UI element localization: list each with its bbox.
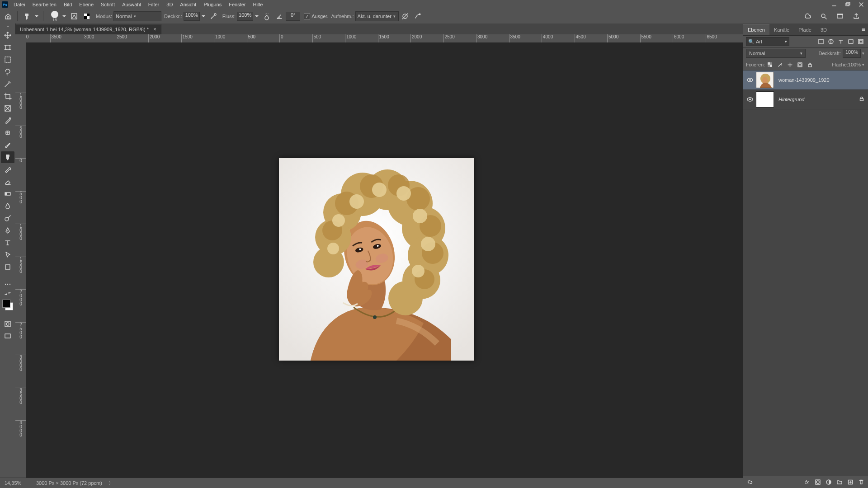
lasso-tool[interactable] (1, 66, 14, 78)
crop-tool[interactable] (1, 90, 14, 102)
filter-shape-icon[interactable] (846, 37, 855, 46)
filter-pixel-icon[interactable] (816, 37, 826, 46)
opacity-value[interactable]: 100% (184, 12, 200, 21)
layer-row[interactable]: Hintergrund (743, 90, 868, 109)
document-info-menu[interactable]: 〉 (108, 480, 113, 487)
airbrush-button[interactable] (261, 11, 272, 22)
layer-mask-button[interactable] (814, 478, 822, 486)
panel-tab-pfade[interactable]: Pfade (794, 24, 816, 35)
layer-style-button[interactable]: fx (803, 478, 811, 486)
angle-icon[interactable] (274, 11, 285, 22)
document-tab-close[interactable]: × (153, 26, 156, 33)
menu-filter[interactable]: Filter (145, 0, 163, 9)
document-tab[interactable]: Unbenannt-1 bei 14,3% (woman-1439909_192… (15, 24, 161, 34)
lock-transparency-icon[interactable] (766, 61, 774, 69)
eraser-tool[interactable] (1, 176, 14, 188)
vertical-ruler[interactable]: 500100005001000150020002500300035004000 (15, 42, 27, 478)
window-close-button[interactable] (854, 0, 868, 9)
delete-layer-button[interactable] (857, 478, 865, 486)
dodge-tool[interactable] (1, 212, 14, 224)
blur-tool[interactable] (1, 200, 14, 212)
screen-mode-button[interactable] (835, 11, 845, 22)
menu-ebene[interactable]: Ebene (75, 0, 97, 9)
menu-bearbeiten[interactable]: Bearbeiten (29, 0, 60, 9)
angle-value[interactable]: 0° (286, 12, 300, 21)
menu-ansicht[interactable]: Ansicht (176, 0, 200, 9)
shape-tool[interactable] (1, 261, 14, 273)
menu-plug-ins[interactable]: Plug-ins (200, 0, 225, 9)
zoom-level[interactable]: 14,35% (5, 480, 27, 486)
filter-adjust-icon[interactable] (826, 37, 835, 46)
panel-tab-3d[interactable]: 3D (816, 24, 831, 35)
flow-value[interactable]: 100% (237, 12, 253, 21)
quick-mask-button[interactable] (1, 318, 14, 330)
healing-brush-tool[interactable] (1, 127, 14, 139)
frame-tool[interactable] (1, 103, 14, 114)
lock-position-icon[interactable] (786, 61, 794, 69)
home-button[interactable] (3, 11, 14, 22)
layer-opacity-value[interactable]: 100% (843, 49, 861, 58)
canvas-document[interactable] (279, 158, 474, 361)
opacity-dropdown[interactable] (201, 11, 206, 22)
filter-smart-icon[interactable] (856, 37, 865, 46)
clone-stamp-tool[interactable] (1, 151, 14, 163)
horizontal-ruler[interactable]: 4000350030002500200015001000500050010001… (26, 34, 743, 43)
panel-tab-kanäle[interactable]: Kanäle (769, 24, 794, 35)
flow-dropdown[interactable] (254, 11, 259, 22)
ignore-adjustments-button[interactable] (400, 11, 410, 22)
panel-menu-button[interactable]: ≡ (862, 26, 865, 33)
layer-thumbnail[interactable] (756, 72, 774, 88)
layers-list[interactable]: woman-1439909_1920Hintergrund (743, 70, 868, 476)
move-tool[interactable] (1, 29, 14, 41)
blend-mode-dropdown[interactable]: Normal▾ (113, 11, 161, 21)
share-button[interactable] (851, 11, 862, 22)
magic-wand-tool[interactable] (1, 78, 14, 90)
sample-dropdown[interactable]: Akt. u. darunter▾ (355, 11, 399, 21)
aligned-checkbox[interactable]: ✓ (304, 13, 310, 19)
menu-schrift[interactable]: Schrift (97, 0, 118, 9)
filter-type-icon[interactable] (836, 37, 845, 46)
menu-hilfe[interactable]: Hilfe (249, 0, 266, 9)
pressure-opacity-button[interactable] (208, 11, 219, 22)
new-layer-button[interactable] (846, 478, 854, 486)
brush-preview[interactable]: 18 (49, 10, 61, 23)
layer-blend-mode-dropdown[interactable]: Normal▾ (746, 49, 806, 58)
foreground-color[interactable] (2, 300, 10, 308)
window-minimize-button[interactable] (827, 0, 841, 9)
lock-nested-icon[interactable] (796, 61, 804, 69)
tool-preset-icon[interactable] (21, 11, 32, 22)
brush-settings-button[interactable] (69, 11, 80, 22)
layer-visibility-toggle[interactable] (746, 95, 754, 103)
history-brush-tool[interactable] (1, 164, 14, 175)
tool-preset-dropdown[interactable] (34, 11, 39, 22)
gradient-tool[interactable] (1, 188, 14, 200)
pen-tool[interactable] (1, 225, 14, 236)
fill-dropdown[interactable]: ▾ (861, 62, 865, 67)
menu-datei[interactable]: Datei (10, 0, 29, 9)
window-restore-button[interactable] (841, 0, 854, 9)
search-button[interactable] (818, 11, 829, 22)
panel-tab-ebenen[interactable]: Ebenen (743, 24, 769, 35)
ruler-origin[interactable] (15, 34, 27, 43)
lock-image-icon[interactable] (776, 61, 784, 69)
brush-picker-dropdown[interactable] (61, 11, 67, 22)
marquee-tool[interactable] (1, 54, 14, 66)
layer-filter-dropdown[interactable]: 🔍 Art ▾ (746, 37, 789, 46)
color-sample-button[interactable] (81, 11, 92, 22)
brush-tool[interactable] (1, 139, 14, 151)
layer-row[interactable]: woman-1439909_1920 (743, 70, 868, 90)
menu-auswahl[interactable]: Auswahl (118, 0, 145, 9)
toolbar-grip[interactable]: ╍ (0, 23, 15, 29)
swap-colors-icon[interactable] (1, 291, 14, 297)
menu-fenster[interactable]: Fenster (225, 0, 249, 9)
layer-name[interactable]: Hintergrund (778, 97, 858, 102)
layer-lock-icon[interactable] (858, 96, 865, 103)
screen-mode-tool[interactable] (1, 330, 14, 342)
fill-value[interactable]: 100% (848, 62, 861, 67)
pressure-size-button[interactable] (412, 11, 423, 22)
layer-name[interactable]: woman-1439909_1920 (778, 77, 858, 83)
layer-group-button[interactable] (835, 478, 844, 486)
document-info[interactable]: 3000 Px × 3000 Px (72 ppcm) (36, 480, 102, 486)
eyedropper-tool[interactable] (1, 115, 14, 127)
cloud-docs-button[interactable] (802, 11, 813, 22)
